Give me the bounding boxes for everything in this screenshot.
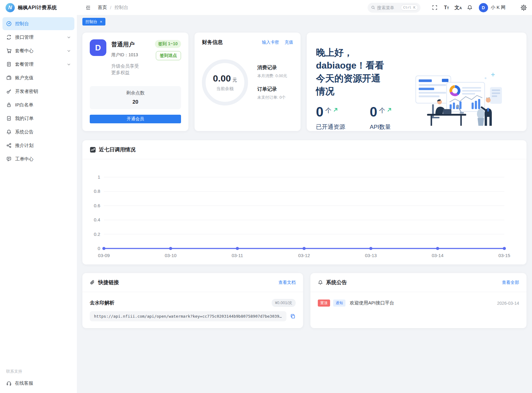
sidebar-item-label: 接口管理	[15, 34, 33, 40]
lock-icon	[6, 102, 12, 108]
chevron-down-icon	[67, 35, 71, 39]
chevron-down-icon	[67, 49, 71, 53]
search-input[interactable]	[377, 5, 399, 10]
quick-links-title: 快捷链接	[98, 279, 119, 286]
signin-button[interactable]: 签到送点	[156, 51, 181, 60]
order-sub: 未支付订单: 0个	[257, 95, 287, 100]
online-support-button[interactable]: 在线客服	[6, 380, 71, 386]
sidebar-item-developer-keys[interactable]: 开发者密钥	[2, 85, 74, 98]
sidebar-item-label: 系统公告	[15, 129, 33, 135]
sidebar-item-my-orders[interactable]: 我的订单	[2, 112, 74, 125]
quick-link-name: 去水印解析	[90, 300, 114, 306]
stat-value: 0	[370, 105, 377, 119]
announcement-row[interactable]: 置顶 通知 欢迎使用API接口平台 2026-03-14	[318, 300, 519, 307]
recharge-link[interactable]: 充值	[285, 40, 293, 45]
announcements-title: 系统公告	[326, 279, 347, 286]
tab-dashboard[interactable]: 控制台 ×	[82, 18, 105, 26]
gear-icon	[521, 5, 527, 11]
headset-icon	[6, 381, 12, 386]
app-logo: N 楠枫API计费系统	[0, 0, 77, 15]
user-id: 用户ID：1013	[111, 52, 142, 58]
chart-area: 00.20.40.60.8103-0903-1003-1103-1203-130…	[82, 159, 526, 264]
search-box[interactable]: Ctrl K	[368, 3, 420, 13]
svg-text:03-15: 03-15	[499, 253, 510, 258]
sidebar: N 楠枫API计费系统 控制台 接口管理 套餐中心 套餐管理 账户充值	[0, 0, 77, 393]
sidebar-item-label: 推介计划	[15, 143, 33, 149]
breadcrumb-home[interactable]: 首页	[98, 5, 107, 10]
stat-unit: 个	[325, 106, 331, 115]
open-membership-button[interactable]: 开通会员	[90, 115, 181, 123]
view-docs-link[interactable]: 查看文档	[278, 280, 296, 285]
sidebar-item-package-center[interactable]: 套餐中心	[2, 44, 74, 57]
stat-unit: 个	[379, 106, 385, 115]
breadcrumb-separator: /	[110, 5, 111, 10]
svg-text:03-09: 03-09	[98, 253, 110, 258]
user-card: D 普通用户 用户ID：1013 升级会员享受更多权益 签到 1~10 签到送点…	[82, 33, 188, 131]
stat-opened-resources: 0 个 已开通资源	[316, 105, 345, 131]
search-shortcut: Ctrl K	[401, 5, 418, 10]
font-size-button[interactable]: TT	[441, 2, 452, 14]
trend-up-icon	[387, 108, 392, 112]
view-all-link[interactable]: 查看全部	[502, 280, 519, 285]
points-label: 剩余点数	[93, 90, 178, 96]
sidebar-item-tickets[interactable]: 工单中心	[2, 153, 74, 165]
sidebar-item-referral[interactable]: 推介计划	[2, 139, 74, 152]
calls-chart: 00.20.40.60.8103-0903-1003-1103-1203-130…	[82, 159, 526, 263]
sidebar-item-recharge[interactable]: 账户充值	[2, 71, 74, 84]
pinned-badge: 置顶	[318, 300, 330, 307]
fullscreen-icon	[432, 5, 437, 10]
main-content: D 普通用户 用户ID：1013 升级会员享受更多权益 签到 1~10 签到送点…	[77, 28, 532, 393]
sidebar-item-package-management[interactable]: 套餐管理	[2, 58, 74, 71]
app-logo-icon: N	[6, 3, 15, 12]
sidebar-menu: 控制台 接口管理 套餐中心 套餐管理 账户充值 开发者密钥 IP白名单	[0, 15, 77, 168]
notifications-button[interactable]	[464, 2, 476, 14]
settings-button[interactable]	[518, 2, 529, 14]
tab-close-icon[interactable]: ×	[100, 20, 102, 24]
greeting-text: 晚上好，dabiaoge！看看今天的资源开通情况	[316, 46, 388, 98]
sidebar-item-dashboard[interactable]: 控制台	[2, 17, 74, 30]
api-url-field[interactable]: https://api.nfiii.com/api/open/watermark…	[90, 311, 286, 321]
stat-label: 已开通资源	[316, 123, 345, 131]
svg-text:03-13: 03-13	[365, 253, 376, 258]
sidebar-collapse-icon[interactable]	[84, 3, 93, 12]
svg-text:03-12: 03-12	[298, 253, 310, 258]
calls-chart-card: 近七日调用情况 00.20.40.60.8103-0903-1003-1103-…	[82, 140, 526, 264]
user-name: 小 K 网	[491, 5, 506, 10]
price-badge: ¥0.001/次	[272, 299, 296, 307]
sidebar-item-ip-whitelist[interactable]: IP白名单	[2, 98, 74, 111]
order-icon	[6, 116, 12, 121]
sidebar-item-api-management[interactable]: 接口管理	[2, 31, 74, 44]
points-value: 20	[93, 99, 178, 105]
sidebar-item-label: IP白名单	[15, 102, 33, 108]
fullscreen-button[interactable]	[429, 2, 441, 14]
svg-text:0: 0	[98, 246, 100, 251]
bell-icon	[467, 5, 473, 10]
quick-links-card: 快捷链接 查看文档 去水印解析 ¥0.001/次 https://api.nfi…	[82, 273, 303, 328]
svg-text:0.6: 0.6	[94, 203, 100, 208]
stat-value: 0	[316, 105, 323, 119]
finance-card: 财务信息 输入卡密 充值 0.00 元 当前余额 消费记录	[195, 33, 301, 131]
upgrade-hint: 升级会员享受更多权益	[111, 63, 142, 76]
top-header: 首页 / 控制台 Ctrl K TT 文A D 小 K 网	[77, 0, 532, 15]
svg-text:0.2: 0.2	[94, 232, 100, 237]
stat-api-count: 0 个 API数量	[370, 105, 392, 131]
chevron-down-icon	[67, 62, 71, 66]
chart-title: 近七日调用情况	[99, 146, 136, 153]
svg-text:0.4: 0.4	[94, 217, 100, 222]
sidebar-item-label: 账户充值	[15, 75, 33, 81]
search-icon	[371, 5, 375, 10]
chart-icon	[90, 147, 96, 153]
online-support-label: 在线客服	[15, 380, 33, 386]
support-label: 联系支持	[6, 369, 71, 374]
user-role: 普通用户	[111, 41, 142, 49]
user-menu[interactable]: D 小 K 网	[479, 3, 506, 12]
avatar: D	[479, 3, 488, 12]
balance-circle: 0.00 元 当前余额	[202, 59, 248, 105]
sidebar-item-announcements[interactable]: 系统公告	[2, 125, 74, 138]
svg-text:03-14: 03-14	[432, 253, 443, 258]
breadcrumb-current: 控制台	[114, 5, 128, 10]
card-key-link[interactable]: 输入卡密	[262, 40, 279, 45]
translate-button[interactable]: 文A	[452, 2, 464, 14]
copy-icon[interactable]	[290, 314, 296, 319]
svg-text:03-10: 03-10	[165, 253, 176, 258]
